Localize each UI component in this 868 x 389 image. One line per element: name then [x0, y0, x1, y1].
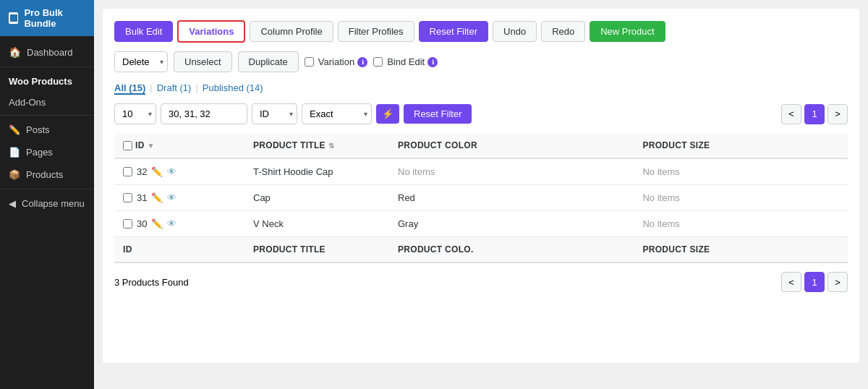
sidebar-item-woo-products[interactable]: Woo Products	[0, 70, 94, 93]
sidebar-item-dashboard[interactable]: 🏠 Dashboard	[0, 40, 94, 64]
tab-sep-2: |	[195, 82, 197, 95]
match-select-wrap[interactable]: Exact Contains Starts with ▾	[302, 103, 372, 124]
filter-apply-icon-button[interactable]: ⚡	[376, 104, 399, 124]
filter-profiles-button[interactable]: Filter Profiles	[338, 21, 414, 42]
filter-by-select[interactable]: ID Title SKU	[252, 103, 297, 124]
td-size-30: No items	[634, 211, 848, 237]
td-color-32: No items	[389, 158, 634, 185]
next-page-button-bottom[interactable]: >	[827, 272, 848, 292]
woo-products-label: Woo Products	[9, 76, 72, 87]
filter-value-input[interactable]	[161, 103, 247, 124]
sort-icon-title: ⇅	[328, 142, 334, 150]
td-color-30: Gray	[389, 211, 634, 237]
row-checkbox-30[interactable]	[123, 219, 132, 228]
dashboard-icon: 🏠	[9, 46, 21, 58]
sidebar-nav: 🏠 Dashboard Woo Products Add-Ons ✏️ Post…	[0, 36, 94, 219]
per-page-select-wrap[interactable]: 10 25 50 100 ▾	[114, 103, 156, 124]
sort-icon-id: ▼	[148, 142, 155, 150]
current-page-button-top[interactable]: 1	[804, 104, 825, 124]
sidebar-item-addons[interactable]: Add-Ons	[0, 93, 94, 112]
row-checkbox-32[interactable]	[123, 167, 132, 176]
td-id-32: 32 ✏️ 👁	[114, 158, 244, 185]
delete-select-wrap[interactable]: Delete ▾	[114, 51, 168, 72]
found-count: 3 Products Found	[114, 277, 189, 288]
th-product-size: Product Size	[634, 133, 848, 158]
edit-icon-31[interactable]: ✏️	[151, 192, 163, 203]
variation-label: Variation ℹ	[318, 56, 367, 67]
td-title-30: V Neck	[244, 211, 389, 237]
bulk-edit-button[interactable]: Bulk Edit	[114, 21, 173, 42]
bind-edit-info-icon[interactable]: ℹ	[427, 57, 438, 67]
row-id-31: 31	[137, 192, 147, 203]
products-label: Products	[26, 169, 63, 180]
row-id-30: 30	[137, 218, 147, 229]
posts-label: Posts	[26, 124, 50, 135]
products-table: ID ▼ Product Title ⇅ Product Color	[114, 133, 848, 263]
bind-edit-checkbox-row: Bind Edit ℹ	[373, 56, 438, 67]
plugin-name: Pro Bulk Bundle	[24, 7, 85, 29]
new-product-button[interactable]: New Product	[590, 21, 665, 42]
tf-id: ID	[114, 237, 244, 263]
reset-filter-button-toolbar[interactable]: Reset Filter	[419, 21, 488, 42]
select-all-checkbox[interactable]	[123, 141, 132, 150]
table-footer-row: ID Product Title Product Colo. Product S…	[114, 237, 848, 263]
match-select[interactable]: Exact Contains Starts with	[302, 103, 372, 124]
reset-filter-button[interactable]: Reset Filter	[404, 104, 472, 124]
variation-checkbox[interactable]	[305, 57, 314, 67]
sidebar-divider-2	[0, 115, 94, 116]
variations-button[interactable]: Variations	[177, 20, 245, 43]
table-row: 31 ✏️ 👁 Cap Red No items	[114, 185, 848, 211]
td-color-31: Red	[389, 185, 634, 211]
td-title-32: T-Shirt Hoodie Cap	[244, 158, 389, 185]
sidebar-item-pages[interactable]: 📄 Pages	[0, 141, 94, 163]
pagination-top: < 1 >	[781, 104, 848, 124]
variation-info-icon[interactable]: ℹ	[357, 57, 367, 67]
edit-icon-32[interactable]: ✏️	[151, 166, 163, 177]
collapse-label: Collapse menu	[22, 198, 85, 209]
sidebar: Pro Bulk Bundle 🏠 Dashboard Woo Products…	[0, 0, 94, 389]
posts-icon: ✏️	[9, 124, 20, 135]
row-checkbox-31[interactable]	[123, 193, 132, 202]
per-page-select[interactable]: 10 25 50 100	[114, 103, 156, 124]
tab-all[interactable]: All (15)	[114, 82, 145, 95]
next-page-button-top[interactable]: >	[827, 104, 848, 124]
td-title-31: Cap	[244, 185, 389, 211]
redo-button[interactable]: Redo	[541, 21, 585, 42]
current-page-button-bottom[interactable]: 1	[804, 272, 825, 292]
td-size-32: No items	[634, 158, 848, 185]
view-icon-31[interactable]: 👁	[167, 192, 176, 203]
tf-title: Product Title	[244, 237, 389, 263]
filter-by-select-wrap[interactable]: ID Title SKU ▾	[252, 103, 297, 124]
table-footer: 3 Products Found < 1 >	[114, 272, 848, 292]
addons-label: Add-Ons	[9, 97, 46, 108]
pages-icon: 📄	[9, 147, 20, 158]
delete-select[interactable]: Delete	[114, 51, 168, 72]
tab-sep-1: |	[150, 82, 152, 95]
sidebar-item-label: Dashboard	[27, 47, 73, 58]
undo-button[interactable]: Undo	[493, 21, 537, 42]
sidebar-item-products[interactable]: 📦 Products	[0, 163, 94, 186]
sidebar-plugin-header[interactable]: Pro Bulk Bundle	[0, 0, 94, 36]
filter-row: Delete ▾ Unselect Duplicate Variation ℹ …	[114, 51, 848, 72]
sidebar-item-collapse[interactable]: ◀ Collapse menu	[0, 192, 94, 215]
tf-size: Product Size	[634, 237, 848, 263]
unselect-button[interactable]: Unselect	[174, 51, 232, 72]
td-size-31: No items	[634, 185, 848, 211]
td-id-30: 30 ✏️ 👁	[114, 211, 244, 237]
duplicate-button[interactable]: Duplicate	[238, 51, 299, 72]
view-icon-32[interactable]: 👁	[167, 166, 176, 177]
tf-color: Product Colo.	[389, 237, 634, 263]
view-icon-30[interactable]: 👁	[167, 218, 176, 229]
bind-edit-label: Bind Edit ℹ	[387, 56, 438, 67]
variation-checkbox-row: Variation ℹ	[305, 56, 367, 67]
products-icon: 📦	[9, 169, 20, 180]
edit-icon-30[interactable]: ✏️	[151, 218, 163, 229]
prev-page-button-top[interactable]: <	[781, 104, 801, 124]
sidebar-item-posts[interactable]: ✏️ Posts	[0, 119, 94, 141]
plugin-icon	[9, 12, 18, 24]
tab-published[interactable]: Published (14)	[203, 82, 263, 95]
prev-page-button-bottom[interactable]: <	[781, 272, 801, 292]
bind-edit-checkbox[interactable]	[373, 57, 383, 67]
tab-draft[interactable]: Draft (1)	[157, 82, 192, 95]
column-profile-button[interactable]: Column Profile	[250, 21, 333, 42]
